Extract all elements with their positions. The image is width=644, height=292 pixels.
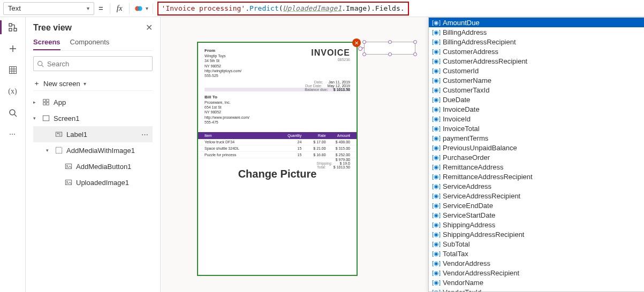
intellisense-item[interactable]: [◉]ServiceEndDate bbox=[429, 201, 644, 210]
intellisense-item[interactable]: [◉]CustomerAddressRecipient bbox=[429, 56, 644, 66]
intellisense-item[interactable]: [◉]CustomerName bbox=[429, 75, 644, 85]
intellisense-item[interactable]: [◉]TotalTax bbox=[429, 249, 644, 258]
intellisense-item[interactable]: [◉]VendorName bbox=[429, 278, 644, 287]
screen-icon bbox=[42, 114, 50, 122]
intellisense-item[interactable]: [◉]VendorAddress bbox=[429, 258, 644, 268]
resize-handle[interactable] bbox=[413, 52, 417, 56]
tab-components[interactable]: Components bbox=[70, 38, 110, 50]
intellisense-item[interactable]: [◉]BillingAddress bbox=[429, 27, 644, 37]
formula-input[interactable]: 'Invoice processing'.Predict(UploadedIma… bbox=[157, 2, 409, 16]
intellisense-item[interactable]: [◉]PreviousUnpaidBalance bbox=[429, 143, 644, 152]
intellisense-item[interactable]: [◉]RemittanceAddress bbox=[429, 162, 644, 172]
intellisense-item-label: ServiceEndDate bbox=[443, 202, 493, 210]
intellisense-popup[interactable]: [◉]AmountDue[◉]BillingAddress[◉]BillingA… bbox=[428, 17, 644, 292]
resize-handle[interactable] bbox=[413, 40, 417, 44]
equals-label: = bbox=[96, 4, 105, 13]
chevron-down-icon[interactable]: ▾ bbox=[146, 5, 148, 11]
intellisense-item[interactable]: [◉]InvoiceId bbox=[429, 114, 644, 124]
table-row: Yellow truck DF3424$ 17.00$ 408.00 bbox=[198, 139, 357, 145]
tree-node-screen1[interactable]: ▾ Screen1 bbox=[33, 110, 153, 126]
more-icon[interactable]: ⋯ bbox=[141, 130, 149, 139]
intellisense-item[interactable]: [◉]ServiceStartDate bbox=[429, 210, 644, 220]
intellisense-item[interactable]: [◉]InvoiceDate bbox=[429, 104, 644, 114]
tree-node-app[interactable]: ▸ App bbox=[33, 94, 153, 110]
svg-rect-10 bbox=[43, 103, 46, 105]
invoice-totals: $ 979.00 Shipping:$ 19.0 Total:$ 1013.50 bbox=[198, 158, 357, 169]
intellisense-item[interactable]: [◉]CustomerId bbox=[429, 66, 644, 75]
error-badge-icon[interactable]: ✕ bbox=[352, 39, 361, 47]
search-rail-icon[interactable] bbox=[8, 108, 18, 118]
tree-view-panel: Tree view ✕ Screens Components ＋ New scr… bbox=[26, 17, 161, 292]
change-picture-label[interactable]: Change Picture bbox=[198, 168, 357, 180]
field-icon: [◉] bbox=[432, 164, 440, 171]
field-icon: [◉] bbox=[432, 87, 440, 94]
intellisense-item[interactable]: [◉]RemittanceAddressRecipient bbox=[429, 172, 644, 181]
canvas[interactable]: ✕ From Wingtip Toys 34 5th St NY 98052 h… bbox=[161, 17, 644, 292]
resize-handle[interactable] bbox=[388, 40, 392, 44]
resize-handle[interactable] bbox=[362, 52, 366, 56]
intellisense-item[interactable]: [◉]ShippingAddress bbox=[429, 220, 644, 229]
intellisense-item[interactable]: [◉]CustomerAddress bbox=[429, 47, 644, 56]
resize-handle[interactable] bbox=[388, 52, 392, 56]
intellisense-item[interactable]: [◉]CustomerTaxId bbox=[429, 85, 644, 95]
field-icon: [◉] bbox=[432, 48, 440, 55]
insert-rail-icon[interactable] bbox=[8, 44, 18, 53]
app-preview-frame[interactable]: ✕ From Wingtip Toys 34 5th St NY 98052 h… bbox=[197, 42, 358, 276]
selection-connector bbox=[360, 48, 364, 48]
close-icon[interactable]: ✕ bbox=[146, 22, 153, 33]
caret-down-icon: ▾ bbox=[33, 116, 39, 121]
intellisense-item[interactable]: [◉]VendorAddressRecipient bbox=[429, 268, 644, 278]
tree-node-addmediabutton[interactable]: AddMediaButton1 bbox=[33, 158, 153, 174]
intellisense-item[interactable]: [◉]VendorTaxId bbox=[429, 287, 644, 292]
intellisense-item[interactable]: [◉]paymentTerms bbox=[429, 133, 644, 143]
field-icon: [◉] bbox=[432, 250, 440, 257]
field-icon: [◉] bbox=[432, 231, 440, 238]
new-screen-button[interactable]: ＋ New screen ▾ bbox=[33, 76, 153, 91]
svg-rect-8 bbox=[43, 99, 46, 102]
intellisense-item[interactable]: [◉]DueDate bbox=[429, 95, 644, 104]
field-icon: [◉] bbox=[432, 77, 440, 84]
variables-rail-icon[interactable]: (x) bbox=[8, 87, 18, 96]
more-rail-icon[interactable]: ⋯ bbox=[8, 129, 18, 139]
intellisense-item[interactable]: [◉]PurchaseOrder bbox=[429, 152, 644, 162]
chevron-down-icon: ▾ bbox=[84, 81, 86, 87]
field-icon: [◉] bbox=[432, 116, 440, 122]
intellisense-item-label: TotalTax bbox=[443, 250, 468, 258]
selected-label-control[interactable] bbox=[364, 42, 415, 55]
fx-icon[interactable]: fx bbox=[115, 4, 125, 13]
field-icon: [◉] bbox=[432, 106, 440, 113]
svg-point-7 bbox=[38, 61, 42, 65]
formula-token-prop: Fields bbox=[375, 4, 400, 12]
chevron-down-icon: ▾ bbox=[87, 5, 89, 11]
caret-right-icon: ▸ bbox=[33, 99, 39, 105]
intellisense-item-label: InvoiceTotal bbox=[443, 125, 480, 133]
intellisense-item-label: VendorTaxId bbox=[443, 288, 481, 293]
formula-token-string: 'Invoice processing' bbox=[162, 4, 246, 12]
tree-node-uploadedimage[interactable]: UploadedImage1 bbox=[33, 174, 153, 190]
tree-node-label1[interactable]: Label1 ⋯ bbox=[33, 126, 153, 142]
field-icon: [◉] bbox=[432, 135, 440, 142]
intellisense-item[interactable]: [◉]ServiceAddressRecipient bbox=[429, 191, 644, 201]
intellisense-item[interactable]: [◉]InvoiceTotal bbox=[429, 124, 644, 133]
svg-rect-14 bbox=[56, 147, 62, 153]
intellisense-item-label: InvoiceId bbox=[443, 115, 471, 123]
tree-search-input[interactable] bbox=[47, 60, 149, 68]
tree-search[interactable] bbox=[33, 56, 153, 71]
intellisense-item[interactable]: [◉]SubTotal bbox=[429, 239, 644, 249]
field-icon: [◉] bbox=[432, 173, 440, 180]
data-rail-icon[interactable] bbox=[8, 65, 18, 75]
property-selector[interactable]: Text ▾ bbox=[3, 2, 94, 15]
field-icon: [◉] bbox=[432, 193, 440, 199]
resize-handle[interactable] bbox=[362, 40, 366, 44]
tree-view-rail-icon[interactable] bbox=[8, 22, 18, 32]
tab-screens[interactable]: Screens bbox=[33, 38, 60, 50]
intellisense-item[interactable]: [◉]ServiceAddress bbox=[429, 181, 644, 191]
intellisense-item[interactable]: [◉]BillingAddressRecipient bbox=[429, 37, 644, 47]
intellisense-item[interactable]: [◉]AmountDue bbox=[429, 18, 644, 27]
tree-node-label: AddMediaButton1 bbox=[76, 163, 131, 171]
intellisense-item[interactable]: [◉]ShippingAddressRecipient bbox=[429, 229, 644, 239]
tree-node-addmedia[interactable]: ▾ AddMediaWithImage1 bbox=[33, 142, 153, 158]
copilot-icon[interactable] bbox=[134, 4, 143, 13]
svg-point-16 bbox=[66, 165, 67, 166]
left-rail: (x) ⋯ bbox=[0, 17, 26, 292]
